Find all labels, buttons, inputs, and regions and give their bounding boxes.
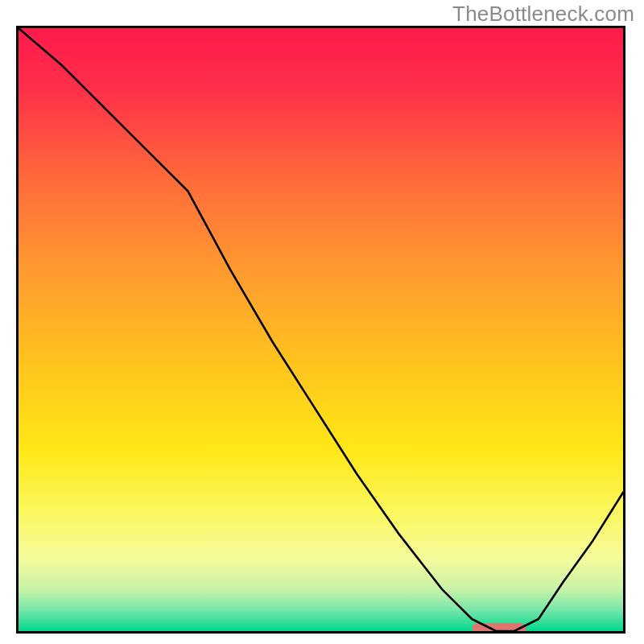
gradient-background	[19, 28, 623, 631]
chart-frame: TheBottleneck.com	[0, 0, 644, 644]
chart-svg	[19, 28, 623, 631]
watermark-text: TheBottleneck.com	[452, 2, 634, 27]
plot-area	[16, 26, 625, 634]
